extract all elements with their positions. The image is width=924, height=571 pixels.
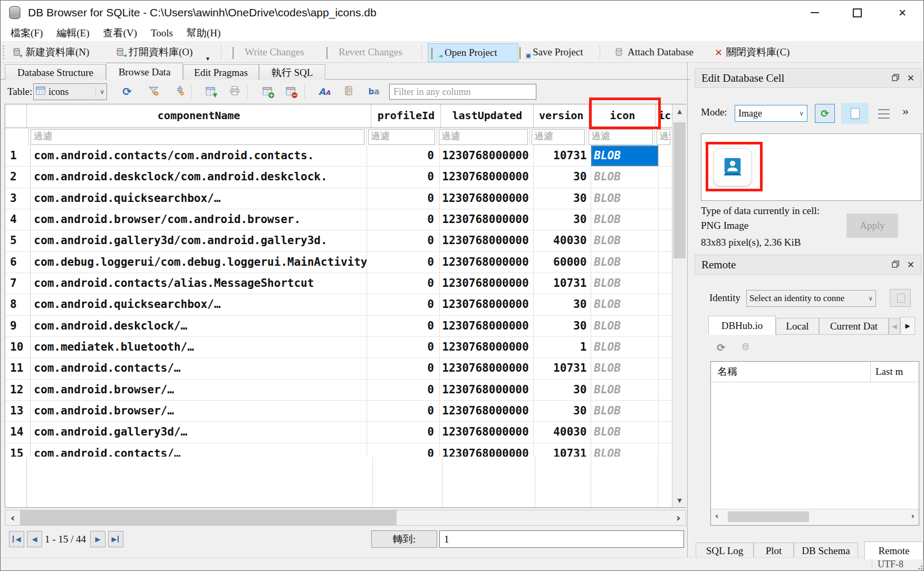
- float-panel-icon[interactable]: [891, 72, 900, 85]
- cell-profileid[interactable]: 0: [367, 230, 440, 251]
- dock-tab-plot[interactable]: Plot: [754, 543, 794, 558]
- cell-lastupdated[interactable]: 1230768000000: [440, 167, 534, 187]
- cell-icon-blob[interactable]: BLOB: [591, 209, 659, 230]
- insert-record-button[interactable]: +: [258, 83, 277, 101]
- cell-profileid[interactable]: 0: [367, 209, 440, 230]
- filter-componentname[interactable]: 過濾: [29, 128, 366, 146]
- overflow-chevrons-icon[interactable]: »: [902, 104, 909, 118]
- mode-select[interactable]: Image ∨: [735, 105, 807, 122]
- previous-page-button[interactable]: ◀: [27, 531, 42, 547]
- cell-lastupdated[interactable]: 1230768000000: [440, 230, 534, 251]
- identity-select[interactable]: Select an identity to conne ∨: [746, 290, 876, 307]
- cell-icon-blob[interactable]: BLOB: [591, 146, 659, 166]
- cell-extra[interactable]: [659, 358, 672, 379]
- filter-profileid[interactable]: 過濾: [367, 128, 437, 146]
- cell-extra[interactable]: [659, 188, 672, 209]
- cell-lastupdated[interactable]: 1230768000000: [440, 146, 534, 166]
- dock-tab-db-schema[interactable]: DB Schema: [794, 543, 858, 558]
- attach-database-button[interactable]: Attach Database: [611, 43, 697, 61]
- cell-version[interactable]: 60000: [534, 252, 592, 273]
- row-number[interactable]: 12: [5, 380, 31, 400]
- cell-icon-blob[interactable]: BLOB: [591, 422, 659, 442]
- cell-lastupdated[interactable]: 1230768000000: [440, 188, 534, 209]
- close-panel-icon[interactable]: ✕: [907, 259, 915, 270]
- cell-lastupdated[interactable]: 1230768000000: [440, 380, 534, 400]
- cell-componentname[interactable]: com.android.deskclock/com.android.deskcl…: [31, 167, 367, 187]
- menu-help[interactable]: 幫助(H): [180, 25, 227, 42]
- write-changes-button[interactable]: Write Changes: [228, 43, 307, 61]
- cell-componentname[interactable]: com.android.browser/com.android.browser.: [31, 209, 367, 230]
- tab-scroll-left-icon[interactable]: ◀: [889, 318, 900, 335]
- encoding-status[interactable]: UTF-8: [872, 559, 909, 570]
- cell-componentname[interactable]: com.android.contacts/…: [31, 443, 367, 457]
- cell-icon-blob[interactable]: BLOB: [591, 337, 659, 357]
- filter-any-column-input[interactable]: [389, 84, 536, 100]
- open-database-dropdown-icon[interactable]: ▼: [205, 56, 210, 62]
- refresh-table-button[interactable]: ⟳: [118, 83, 137, 101]
- cell-lastupdated[interactable]: 1230768000000: [440, 273, 534, 294]
- row-number[interactable]: 3: [5, 188, 31, 209]
- remote-refresh-button[interactable]: ⟳: [713, 339, 729, 356]
- print-button[interactable]: [225, 83, 244, 101]
- cell-profileid[interactable]: 0: [367, 337, 440, 357]
- menu-tools[interactable]: Tools: [144, 25, 180, 42]
- cell-version[interactable]: 10731: [534, 146, 592, 166]
- cell-version[interactable]: 30: [534, 380, 592, 400]
- delete-record-button[interactable]: −: [281, 83, 300, 101]
- resize-grip[interactable]: [917, 564, 923, 570]
- scroll-right-icon[interactable]: ›: [671, 510, 686, 525]
- row-number[interactable]: 1: [5, 146, 31, 166]
- close-panel-icon[interactable]: ✕: [907, 73, 915, 83]
- scroll-left-icon[interactable]: ‹: [5, 510, 20, 525]
- cell-icon-blob[interactable]: BLOB: [591, 358, 659, 379]
- cell-icon-blob[interactable]: BLOB: [591, 273, 659, 294]
- cell-lastupdated[interactable]: 1230768000000: [440, 358, 534, 379]
- cell-version[interactable]: 30: [534, 316, 592, 336]
- row-number[interactable]: 9: [5, 316, 31, 336]
- cell-icon-blob[interactable]: BLOB: [591, 316, 659, 336]
- scroll-right-icon[interactable]: ›: [911, 511, 915, 521]
- cell-extra[interactable]: [659, 443, 672, 457]
- cell-version[interactable]: 40030: [534, 230, 592, 251]
- apply-button[interactable]: Apply: [846, 214, 898, 238]
- dock-tab-sql-log[interactable]: SQL Log: [696, 543, 754, 558]
- cell-componentname[interactable]: com.android.browser/…: [31, 380, 367, 400]
- header-lastupdated[interactable]: lastUpdated: [441, 104, 534, 128]
- cell-componentname[interactable]: com.mediatek.bluetooth/…: [31, 337, 367, 357]
- row-number[interactable]: 8: [5, 294, 31, 315]
- header-row-number[interactable]: [5, 104, 27, 128]
- new-database-button[interactable]: ＋ 新建資料庫(N): [9, 43, 92, 61]
- scroll-down-icon[interactable]: ▼: [672, 493, 687, 507]
- cell-version[interactable]: 10731: [534, 273, 592, 294]
- cell-version[interactable]: 30: [534, 209, 592, 230]
- cell-profileid[interactable]: 0: [367, 358, 440, 379]
- remote-list-header-lastmodified[interactable]: Last m: [875, 362, 919, 382]
- save-table-button[interactable]: ▼: [201, 83, 220, 101]
- row-number[interactable]: 11: [5, 358, 31, 379]
- cell-componentname[interactable]: com.debug.loggerui/com.debug.loggerui.Ma…: [31, 252, 367, 273]
- filter-partial[interactable]: 過濾: [655, 128, 672, 146]
- cell-profileid[interactable]: 0: [367, 422, 440, 442]
- text-mode-button[interactable]: [841, 103, 869, 124]
- cell-version[interactable]: 1: [534, 337, 592, 357]
- cell-extra[interactable]: [659, 337, 672, 357]
- cell-componentname[interactable]: com.android.contacts/com.android.contact…: [31, 146, 367, 166]
- cell-profileid[interactable]: 0: [367, 443, 440, 457]
- filter-icon[interactable]: 過濾: [587, 128, 655, 146]
- cell-extra[interactable]: [659, 316, 672, 336]
- float-panel-icon[interactable]: [891, 258, 900, 272]
- cell-componentname[interactable]: com.android.quicksearchbox/…: [31, 188, 367, 209]
- cell-version[interactable]: 30: [534, 167, 592, 187]
- cell-extra[interactable]: [659, 401, 672, 421]
- dock-splitter[interactable]: [687, 63, 688, 557]
- save-project-button[interactable]: ▣ Save Project: [516, 43, 586, 61]
- cell-icon-blob[interactable]: BLOB: [591, 401, 659, 421]
- encoding-button[interactable]: ba: [364, 83, 383, 101]
- row-number[interactable]: 6: [5, 252, 31, 273]
- cell-icon-blob[interactable]: BLOB: [591, 230, 659, 251]
- menu-file[interactable]: 檔案(F): [4, 25, 50, 42]
- cell-profileid[interactable]: 0: [367, 146, 440, 166]
- open-project-button[interactable]: ➜ Open Project: [428, 43, 518, 62]
- cell-profileid[interactable]: 0: [367, 252, 440, 273]
- row-number[interactable]: 15: [5, 443, 31, 457]
